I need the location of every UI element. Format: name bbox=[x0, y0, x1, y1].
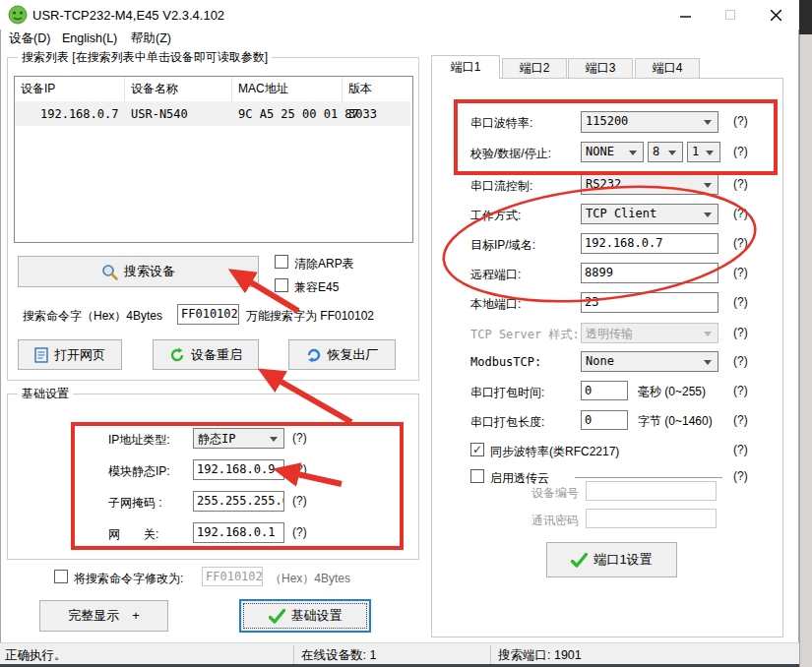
background-strip-light bbox=[799, 34, 812, 667]
subnet-mask-input[interactable]: 255.255.255.0 bbox=[193, 491, 284, 512]
cloud-help[interactable]: (?) bbox=[733, 469, 748, 483]
background-strip-dark bbox=[799, 0, 812, 34]
stopbits-value: 1 bbox=[692, 145, 699, 158]
online-device-count: 在线设备数: 1 bbox=[301, 647, 376, 664]
factory-reset-icon bbox=[306, 347, 322, 363]
tab-port1[interactable]: 端口1 bbox=[431, 55, 500, 79]
device-id-label: 设备编号 bbox=[531, 485, 579, 502]
factory-reset-button[interactable]: 恢复出厂 bbox=[288, 339, 396, 370]
app-icon bbox=[8, 5, 28, 25]
sync-baud-label: 同步波特率(类RFC2217) bbox=[490, 444, 619, 460]
subnet-mask-label: 子网掩码 : bbox=[108, 495, 162, 512]
work-mode-help[interactable]: (?) bbox=[733, 207, 748, 220]
tcp-server-style-value: 透明传输 bbox=[586, 327, 633, 340]
column-header-mac: MAC地址 bbox=[232, 77, 343, 101]
menu-english[interactable]: English(L) bbox=[57, 29, 122, 48]
work-mode-label: 工作方式: bbox=[470, 208, 521, 224]
remote-port-help[interactable]: (?) bbox=[733, 266, 748, 279]
baud-rate-value: 115200 bbox=[586, 114, 628, 128]
stopbits-dropdown[interactable]: 1 bbox=[687, 142, 720, 162]
checkmark-icon bbox=[269, 609, 285, 624]
dest-ip-help[interactable]: (?) bbox=[733, 236, 748, 250]
dest-ip-input[interactable]: 192.168.0.7 bbox=[581, 233, 718, 254]
tab-port2[interactable]: 端口2 bbox=[502, 58, 567, 79]
port1-set-button[interactable]: 端口1设置 bbox=[546, 542, 677, 577]
device-table-row[interactable]: 192.168.0.7 USR-N540 9C A5 25 00 01 87 3… bbox=[15, 101, 410, 126]
gateway-help[interactable]: (?) bbox=[292, 525, 307, 539]
open-webpage-button[interactable]: 打开网页 bbox=[18, 339, 122, 370]
baud-rate-dropdown[interactable]: 115200 bbox=[581, 111, 718, 133]
restart-device-button[interactable]: 设备重启 bbox=[153, 339, 259, 370]
local-port-label: 本地端口: bbox=[470, 296, 521, 313]
work-mode-dropdown[interactable]: TCP Client bbox=[581, 204, 718, 224]
dest-ip-label: 目标IP/域名: bbox=[470, 237, 535, 254]
compat-e45-label: 兼容E45 bbox=[294, 279, 339, 296]
baud-rate-help[interactable]: (?) bbox=[733, 114, 748, 128]
flow-control-value: RS232 bbox=[586, 177, 621, 191]
work-mode-value: TCP Client bbox=[586, 207, 656, 220]
gateway-input[interactable]: 192.168.0.1 bbox=[193, 522, 284, 543]
tab-port3[interactable]: 端口3 bbox=[568, 58, 633, 79]
compat-e45-checkbox[interactable] bbox=[275, 278, 288, 292]
tab-port4[interactable]: 端口4 bbox=[635, 58, 700, 79]
ip-type-dropdown[interactable]: 静态IP bbox=[193, 428, 284, 449]
search-cmd-label: 搜索命令字（Hex）4Bytes bbox=[23, 308, 162, 325]
modify-cmd-checkbox[interactable] bbox=[54, 570, 68, 583]
full-display-label: 完整显示 + bbox=[68, 607, 140, 625]
minimize-button[interactable] bbox=[663, 0, 707, 30]
databits-value: 8 bbox=[653, 145, 659, 158]
modify-cmd-input: FF010102 bbox=[202, 567, 263, 586]
basic-settings-button-label: 基础设置 bbox=[291, 607, 343, 625]
status-separator bbox=[293, 645, 294, 664]
modbus-help[interactable]: (?) bbox=[733, 354, 748, 368]
maximize-icon bbox=[725, 10, 735, 20]
subnet-mask-help[interactable]: (?) bbox=[292, 494, 307, 508]
modbus-dropdown[interactable]: None bbox=[581, 351, 718, 372]
databits-dropdown[interactable]: 8 bbox=[648, 142, 683, 162]
pack-length-help[interactable]: (?) bbox=[733, 413, 748, 427]
parity-help[interactable]: (?) bbox=[733, 145, 748, 158]
checkmark-icon bbox=[571, 553, 588, 568]
open-webpage-label: 打开网页 bbox=[54, 346, 105, 364]
remote-port-input[interactable]: 8899 bbox=[581, 263, 718, 283]
gateway-label: 网 关: bbox=[108, 526, 158, 543]
pack-time-help[interactable]: (?) bbox=[733, 384, 748, 397]
maximize-button[interactable] bbox=[709, 0, 752, 30]
search-device-label: 搜索设备 bbox=[124, 263, 175, 280]
restart-device-label: 设备重启 bbox=[191, 346, 242, 364]
column-header-ip: 设备IP bbox=[15, 77, 125, 101]
modify-cmd-label: 将搜索命令字修改为: bbox=[74, 571, 183, 587]
minimize-icon bbox=[680, 10, 691, 21]
ip-type-help[interactable]: (?) bbox=[292, 431, 307, 445]
flow-control-help[interactable]: (?) bbox=[733, 177, 748, 191]
sync-baud-help[interactable]: (?) bbox=[733, 443, 748, 456]
pack-length-input[interactable]: 0 bbox=[581, 410, 628, 430]
sync-baud-checkbox[interactable]: ✓ bbox=[470, 443, 484, 456]
tcp-server-style-help[interactable]: (?) bbox=[733, 326, 748, 339]
column-header-name: 设备名称 bbox=[125, 77, 232, 101]
parity-dropdown[interactable]: NONE bbox=[581, 142, 644, 162]
basic-settings-button[interactable]: 基础设置 bbox=[239, 599, 371, 633]
menu-device[interactable]: 设备(D) bbox=[4, 29, 55, 48]
search-cmd-input[interactable]: FF010102 bbox=[177, 304, 239, 325]
pack-length-suffix: 字节 (0~1460) bbox=[638, 413, 713, 430]
comm-password-input bbox=[586, 509, 717, 528]
local-port-help[interactable]: (?) bbox=[733, 295, 748, 309]
device-version: 3033 bbox=[348, 101, 377, 126]
search-cmd-hint: 万能搜索字为 FF010102 bbox=[246, 308, 374, 325]
full-display-button[interactable]: 完整显示 + bbox=[39, 600, 168, 632]
cloud-divider bbox=[575, 477, 722, 478]
close-button[interactable] bbox=[754, 0, 797, 30]
tcp-server-style-dropdown: 透明传输 bbox=[581, 323, 718, 343]
static-ip-help[interactable]: (?) bbox=[292, 462, 307, 476]
flow-control-dropdown[interactable]: RS232 bbox=[581, 174, 718, 195]
pack-time-input[interactable]: 0 bbox=[581, 381, 628, 400]
cloud-checkbox[interactable] bbox=[470, 469, 484, 483]
clear-arp-checkbox[interactable] bbox=[275, 255, 288, 269]
menu-help[interactable]: 帮助(Z) bbox=[126, 29, 176, 48]
ip-type-value: 静态IP bbox=[198, 432, 235, 446]
search-device-button[interactable]: 搜索设备 bbox=[18, 256, 259, 287]
status-bar: 正确执行。 在线设备数: 1 搜索端口: 1901 bbox=[0, 642, 799, 665]
local-port-input[interactable]: 23 bbox=[581, 292, 718, 313]
static-ip-input[interactable]: 192.168.0.9 bbox=[193, 459, 284, 480]
